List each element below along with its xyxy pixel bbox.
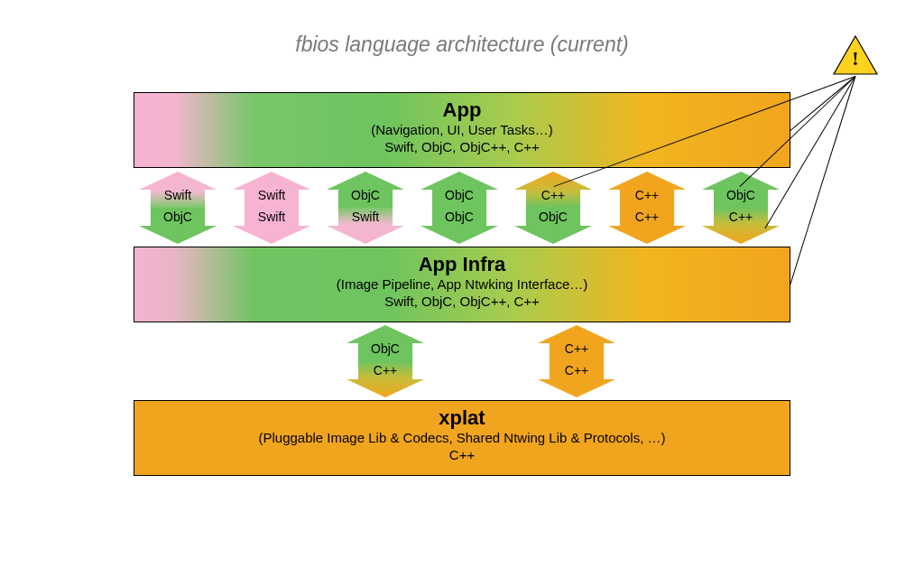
arrow-pair-1: Swift ObjC — [139, 172, 217, 244]
arrow-up: ObjC — [420, 172, 498, 208]
arrow-up: ObjC — [702, 172, 780, 208]
layer-xplat-sub1: (Pluggable Image Lib & Codecs, Shared Nt… — [134, 430, 790, 447]
arrow-pair-3: ObjC Swift — [327, 172, 404, 244]
warning-icon: ! — [832, 34, 879, 76]
arrow-pair-2: Swift Swift — [233, 172, 310, 244]
layer-app-infra: App Infra (Image Pipeline, App Ntwking I… — [134, 247, 790, 322]
arrow-up: Swift — [139, 172, 217, 208]
arrow-down: C++ — [702, 208, 780, 244]
arrow-down: C++ — [346, 361, 424, 397]
layer-xplat-title: xplat — [134, 406, 790, 430]
layer-xplat: xplat (Pluggable Image Lib & Codecs, Sha… — [134, 400, 790, 476]
arrow-up: ObjC — [327, 172, 404, 208]
arrow-pair-6: C++ C++ — [608, 172, 686, 244]
arrow-pair-9: C++ C++ — [538, 325, 615, 397]
arrow-pair-4: ObjC ObjC — [420, 172, 498, 244]
warning-bang: ! — [832, 47, 879, 70]
layer-infra-sub1: (Image Pipeline, App Ntwking Interface…) — [134, 276, 790, 294]
arrow-down: C++ — [538, 361, 615, 397]
arrow-down: C++ — [608, 208, 686, 244]
arrow-down: ObjC — [420, 208, 498, 244]
layer-app-title: App — [134, 98, 790, 122]
layer-xplat-sub2: C++ — [134, 447, 790, 464]
arrow-down: ObjC — [514, 208, 592, 244]
arrow-up: ObjC — [346, 325, 424, 361]
layer-infra-title: App Infra — [134, 253, 790, 276]
arrow-up: C++ — [608, 172, 686, 208]
layer-infra-sub2: Swift, ObjC, ObjC++, C++ — [134, 294, 790, 311]
arrow-down: Swift — [233, 208, 310, 244]
layer-app: App (Navigation, UI, User Tasks…) Swift,… — [134, 92, 790, 168]
layer-app-sub2: Swift, ObjC, ObjC++, C++ — [134, 139, 790, 156]
arrow-down: Swift — [327, 208, 404, 244]
arrow-down: ObjC — [139, 208, 217, 244]
arrow-up: Swift — [233, 172, 310, 208]
arrow-pair-7: ObjC C++ — [702, 172, 780, 244]
diagram: fbios language architecture (current) Ap… — [0, 0, 924, 578]
arrow-up: C++ — [538, 325, 615, 361]
arrow-pair-8: ObjC C++ — [346, 325, 424, 397]
arrow-pair-5: C++ ObjC — [514, 172, 592, 244]
diagram-title: fbios language architecture (current) — [0, 33, 924, 57]
